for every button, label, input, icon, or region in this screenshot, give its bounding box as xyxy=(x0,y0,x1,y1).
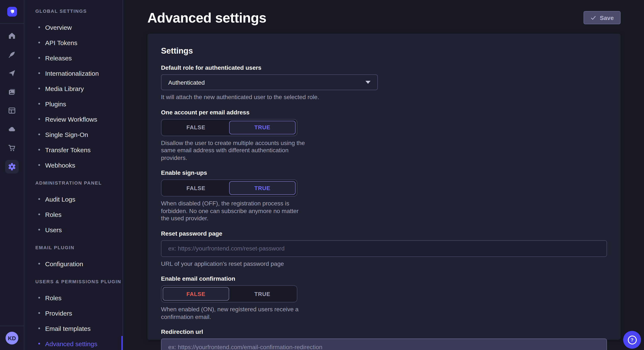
help-button[interactable]: ? xyxy=(623,331,641,349)
sidebar-item-releases[interactable]: Releases xyxy=(24,50,123,65)
field-hint: URL of your application's reset password… xyxy=(161,260,607,268)
sign-ups-toggle: FALSE TRUE xyxy=(161,179,297,196)
field-label: Default role for authenticated users xyxy=(161,64,607,71)
bullet-icon xyxy=(38,328,40,329)
subnav-section-email-plugin: Email PluginConfiguration xyxy=(24,244,123,271)
settings-gear-icon-glyph xyxy=(7,162,16,172)
media-library-icon[interactable] xyxy=(5,85,19,99)
toggle-option-true[interactable]: TRUE xyxy=(229,287,296,301)
sidebar-item-users[interactable]: Users xyxy=(24,222,123,237)
sidebar-item-label: Review Workflows xyxy=(45,116,97,123)
sidebar-item-label: Configuration xyxy=(45,260,83,267)
bullet-icon xyxy=(38,343,40,345)
field-reset-password-page: Reset password page URL of your applicat… xyxy=(161,230,607,268)
default-role-select[interactable]: Authenticated xyxy=(161,74,378,90)
subnav-list: Configuration xyxy=(24,256,123,271)
sidebar-item-label: Roles xyxy=(45,211,62,218)
sidebar-item-transfer-tokens[interactable]: Transfer Tokens xyxy=(24,142,123,157)
sidebar-item-api-tokens[interactable]: API Tokens xyxy=(24,35,123,50)
page-title: Advanced settings xyxy=(147,10,266,26)
sidebar-item-plugins[interactable]: Plugins xyxy=(24,96,123,111)
field-hint: Disallow the user to create multiple acc… xyxy=(161,139,306,162)
sidebar-item-internationalization[interactable]: Internationalization xyxy=(24,65,123,81)
toggle-option-false[interactable]: FALSE xyxy=(163,121,229,134)
field-redirection-url: Redirection url xyxy=(161,328,607,350)
sidebar-item-label: Providers xyxy=(45,309,72,317)
send-plane-icon-glyph xyxy=(8,69,16,77)
sidebar-item-label: Email templates xyxy=(45,325,90,332)
strapi-logo[interactable] xyxy=(7,7,17,16)
redirection-url-input[interactable] xyxy=(161,339,607,350)
bullet-icon xyxy=(38,42,40,43)
sidebar-item-label: Media Library xyxy=(45,85,84,92)
toggle-option-false[interactable]: FALSE xyxy=(163,287,229,301)
sidebar-item-label: Webhooks xyxy=(45,161,75,169)
bullet-icon xyxy=(38,72,40,74)
subnav-section-global-settings: Global SettingsOverviewAPI TokensRelease… xyxy=(24,8,123,173)
toggle-option-true[interactable]: TRUE xyxy=(229,121,296,134)
field-enable-email-confirmation: Enable email confirmation FALSE TRUE Whe… xyxy=(161,275,607,321)
chevron-down-icon xyxy=(366,81,370,84)
subnav-section-title: Email Plugin xyxy=(24,244,123,251)
field-label: One account per email address xyxy=(161,109,607,116)
sidebar-item-email-templates[interactable]: Email templates xyxy=(24,321,123,336)
rail-bottom: KD xyxy=(0,326,24,350)
select-value: Authenticated xyxy=(168,79,205,86)
sidebar-item-configuration[interactable]: Configuration xyxy=(24,256,123,271)
field-label: Redirection url xyxy=(161,328,607,335)
subnav-list: Audit LogsRolesUsers xyxy=(24,191,123,237)
sidebar-item-label: Releases xyxy=(45,54,72,61)
sidebar-item-providers[interactable]: Providers xyxy=(24,305,123,321)
field-hint: It will attach the new authenticated use… xyxy=(161,94,607,101)
card-heading: Settings xyxy=(161,46,607,56)
settings-gear-icon[interactable] xyxy=(5,160,19,174)
save-button[interactable]: Save xyxy=(584,11,620,24)
send-plane-icon[interactable] xyxy=(5,66,19,80)
user-avatar[interactable]: KD xyxy=(6,332,18,345)
email-confirmation-toggle: FALSE TRUE xyxy=(161,285,297,302)
save-button-label: Save xyxy=(600,14,614,21)
subnav-list: OverviewAPI TokensReleasesInternationali… xyxy=(24,19,123,173)
reset-password-input[interactable] xyxy=(161,240,607,257)
bullet-icon xyxy=(38,149,40,151)
sidebar-item-webhooks[interactable]: Webhooks xyxy=(24,157,123,173)
field-label: Enable email confirmation xyxy=(161,275,607,282)
bullet-icon xyxy=(38,297,40,299)
toggle-option-false[interactable]: FALSE xyxy=(163,181,229,195)
home-icon[interactable] xyxy=(5,29,19,42)
sidebar-item-label: Plugins xyxy=(45,100,66,107)
cloud-icon[interactable] xyxy=(5,123,19,136)
sidebar-item-label: Single Sign-On xyxy=(45,131,88,138)
sidebar-item-single-sign-on[interactable]: Single Sign-On xyxy=(24,127,123,142)
bullet-icon xyxy=(38,312,40,314)
content-feather-icon[interactable] xyxy=(5,48,19,61)
strapi-logo-glyph xyxy=(9,8,15,15)
bullet-icon xyxy=(38,198,40,200)
icon-rail: KD xyxy=(0,0,24,350)
sidebar-item-audit-logs[interactable]: Audit Logs xyxy=(24,191,123,207)
sidebar-item-overview[interactable]: Overview xyxy=(24,19,123,35)
bullet-icon xyxy=(38,103,40,105)
sidebar-item-roles[interactable]: Roles xyxy=(24,290,123,305)
sidebar-item-media-library[interactable]: Media Library xyxy=(24,81,123,96)
sidebar-item-label: Roles xyxy=(45,294,62,301)
layout-builder-icon[interactable] xyxy=(5,104,19,117)
sidebar-item-advanced-settings[interactable]: Advanced settings xyxy=(24,336,123,350)
marketplace-cart-icon-glyph xyxy=(8,144,16,152)
toggle-option-true[interactable]: TRUE xyxy=(229,181,296,195)
marketplace-cart-icon[interactable] xyxy=(5,141,19,155)
bullet-icon xyxy=(38,213,40,215)
sidebar-item-label: Advanced settings xyxy=(45,340,97,347)
subnav-section-title: Users & Permissions plugin xyxy=(24,278,123,285)
sidebar-item-roles[interactable]: Roles xyxy=(24,207,123,222)
subnav-section-title: Administration Panel xyxy=(24,179,123,186)
bullet-icon xyxy=(38,26,40,28)
field-enable-sign-ups: Enable sign-ups FALSE TRUE When disabled… xyxy=(161,169,607,222)
media-library-icon-glyph xyxy=(8,88,16,96)
sidebar-item-review-workflows[interactable]: Review Workflows xyxy=(24,111,123,127)
rail-menu xyxy=(0,24,24,174)
bullet-icon xyxy=(38,88,40,89)
field-default-role: Default role for authenticated users Aut… xyxy=(161,64,607,101)
bullet-icon xyxy=(38,134,40,135)
field-hint: When enabled (ON), new registered users … xyxy=(161,306,306,321)
